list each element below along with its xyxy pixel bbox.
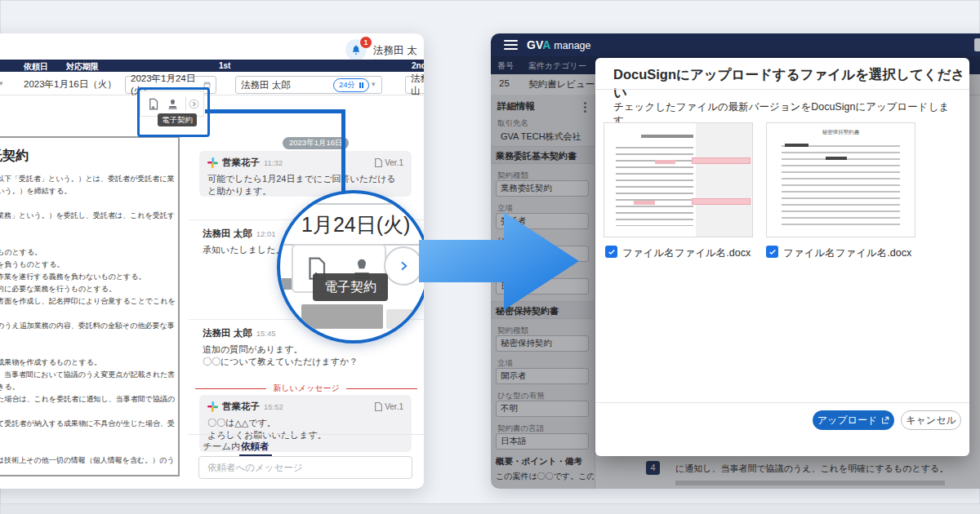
highlight-rectangle (137, 87, 210, 137)
comment-box (692, 157, 751, 164)
app-logo: GVAmanage (527, 38, 591, 51)
sender-name: 営業花子 (222, 157, 260, 169)
sender-name: 法務田 太郎 (203, 327, 252, 339)
magnified-ui-fragment (301, 304, 383, 329)
check-icon (768, 248, 777, 256)
canvas: 1 法務田 太郎 依頼日 対応期限 1st 2nd ▾ 2023年1月16日（火… (0, 0, 980, 514)
tab-team[interactable]: チーム内 (203, 441, 241, 453)
document-icon (375, 158, 382, 167)
message-time: 15:45 (256, 329, 276, 338)
header-cut-element (974, 38, 980, 51)
chat-tabs: チーム内 依頼者 (189, 434, 424, 456)
file-thumbnail-outsourcing-contract[interactable] (604, 122, 753, 237)
contract-title: 託契約 (0, 148, 178, 165)
tab-requester[interactable]: 依頼者 (241, 441, 270, 453)
workflow-arrow (419, 199, 582, 323)
doc-title-bar (641, 135, 693, 138)
col-2nd: 2nd (412, 61, 424, 70)
document-icon (375, 402, 382, 411)
magnifier-callout: 1月24日(火) 電子契約 (277, 190, 424, 343)
divider (595, 89, 969, 90)
version-badge[interactable]: Ver.1 (375, 158, 403, 167)
menu-icon[interactable] (504, 40, 518, 50)
divider (595, 402, 969, 403)
chat-date-badge: 2023年1月16日 (283, 137, 349, 149)
callout-connector-horizontal (205, 109, 345, 113)
message-time: 15:52 (264, 402, 283, 411)
redaction-mark (826, 157, 846, 160)
request-date-value: 2023年1月16日（火） (24, 78, 117, 91)
version-badge[interactable]: Ver.1 (375, 402, 403, 411)
notification-count-badge: 1 (359, 36, 372, 49)
e-sign-tooltip-magnified: 電子契約 (313, 273, 388, 301)
chat-message: 営業花子 11:32 Ver.1 可能でしたら1月24日までにご回答いただけると… (199, 151, 412, 197)
pause-icon[interactable] (358, 81, 363, 90)
page-footer-strip (1, 503, 980, 514)
timer-badge[interactable]: 24分 (333, 78, 369, 92)
file-name: ファイル名ファイル名.docx (783, 246, 911, 260)
nda-doc-title: 秘密保持契約書 (767, 129, 915, 136)
message-time: 11:32 (264, 158, 283, 167)
second-assignee-select[interactable]: 法務山 (405, 76, 424, 94)
new-message-divider: 新しいメッセージ (195, 383, 417, 394)
sender-name: 営業花子 (222, 401, 260, 413)
file-checkbox[interactable] (766, 246, 778, 258)
col-due-date: 対応期限 (66, 61, 99, 73)
slack-icon (207, 401, 218, 412)
file-checkbox[interactable] (605, 246, 617, 258)
chevron-right-button[interactable] (384, 246, 423, 286)
message-time: 12:01 (256, 229, 276, 238)
doc-text-lines (782, 143, 900, 229)
sender-name: 法務田 太郎 (203, 228, 252, 240)
requester-message-input[interactable]: 依頼者へのメッセージ (198, 456, 412, 479)
docusign-upload-modal: DocuSignにアップロードするファイルを選択してください チェックしたファイ… (595, 58, 969, 456)
file-name: ファイル名ファイル名.docx (622, 246, 751, 260)
tracked-change-highlight (634, 201, 654, 205)
comment-box (692, 198, 751, 205)
contract-review-window: 1 法務田 太郎 依頼日 対応期限 1st 2nd ▾ 2023年1月16日（火… (0, 33, 424, 489)
check-icon (608, 248, 616, 256)
contract-body-text: （以下「受託者」という。）とは、委託者が受託者に業 という。）を締結する。 託業… (0, 173, 178, 467)
contract-document-preview[interactable]: 託契約 （以下「受託者」という。）とは、委託者が受託者に業 という。）を締結する… (0, 136, 180, 476)
magnified-ui-fragment (277, 278, 293, 290)
chevron-right-icon (397, 259, 410, 273)
doc-text-lines (616, 144, 693, 226)
external-link-icon (881, 416, 889, 424)
e-sign-tooltip: 電子契約 (158, 113, 197, 126)
modal-title: DocuSignにアップロードするファイルを選択してください (613, 66, 969, 102)
message-body: 追加の質問があります。 〇〇について教えていただけますか？ (203, 343, 407, 368)
col-request-date: 依頼日 (24, 61, 48, 73)
task-table-header: 依頼日 対応期限 1st 2nd (0, 60, 424, 72)
slack-icon (207, 157, 218, 168)
callout-connector-vertical (341, 109, 345, 199)
chevron-down-icon[interactable]: ▾ (0, 79, 3, 87)
col-1st: 1st (219, 61, 230, 70)
tracked-change-highlight (655, 160, 675, 164)
task-table-row: ▾ 2023年1月16日（火） 2023年1月24日(火) 法務田 太郎 24分… (0, 72, 424, 95)
app-header: GVAmanage (491, 33, 980, 56)
magnified-due-date: 1月24日(火) (301, 211, 410, 238)
redaction-mark (785, 144, 808, 147)
file-thumbnail-nda[interactable]: 秘密保持契約書 (766, 122, 915, 237)
chevron-down-icon[interactable]: ▾ (372, 80, 376, 88)
upload-button[interactable]: アップロード (813, 410, 894, 430)
cancel-button[interactable]: キャンセル (901, 410, 961, 430)
input-placeholder: 依頼者へのメッセージ (207, 462, 303, 474)
comment-margin (696, 123, 752, 237)
